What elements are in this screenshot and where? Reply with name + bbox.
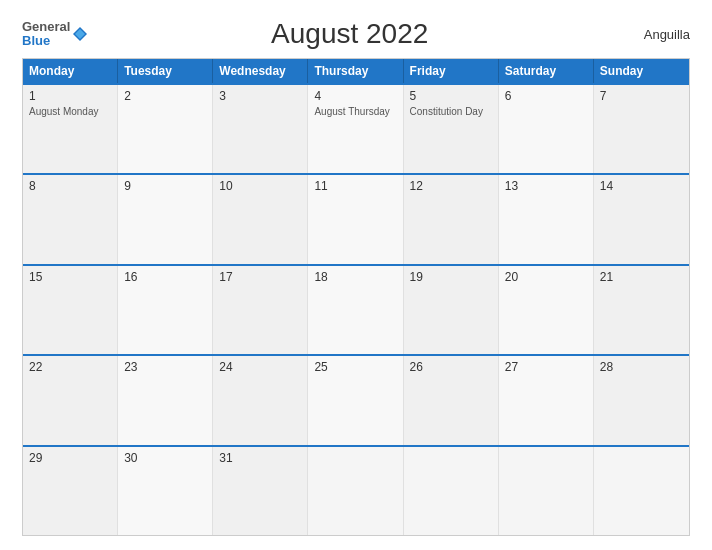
table-row: 17 [213,266,308,354]
table-row: 10 [213,175,308,263]
day-number: 24 [219,360,301,374]
table-row: 23 [118,356,213,444]
calendar-week-4: 22232425262728 [23,354,689,444]
day-number: 17 [219,270,301,284]
day-number: 12 [410,179,492,193]
table-row: 2 [118,85,213,173]
table-row: 1August Monday [23,85,118,173]
day-number: 20 [505,270,587,284]
col-sunday: Sunday [594,59,689,83]
table-row: 15 [23,266,118,354]
table-row: 18 [308,266,403,354]
table-row: 6 [499,85,594,173]
table-row: 9 [118,175,213,263]
calendar-week-1: 1August Monday234August Thursday5Constit… [23,83,689,173]
country-label: Anguilla [610,27,690,42]
day-number: 7 [600,89,683,103]
col-tuesday: Tuesday [118,59,213,83]
logo-general-text: General [22,20,70,34]
logo: General Blue [22,20,89,49]
day-event: Constitution Day [410,105,492,118]
page-title: August 2022 [89,18,610,50]
day-number: 10 [219,179,301,193]
logo-flag-icon [71,25,89,43]
table-row [594,447,689,535]
table-row: 20 [499,266,594,354]
day-event: August Monday [29,105,111,118]
table-row: 11 [308,175,403,263]
day-number: 26 [410,360,492,374]
col-friday: Friday [404,59,499,83]
table-row: 26 [404,356,499,444]
table-row: 12 [404,175,499,263]
calendar-week-2: 891011121314 [23,173,689,263]
table-row [499,447,594,535]
col-monday: Monday [23,59,118,83]
table-row: 13 [499,175,594,263]
day-number: 22 [29,360,111,374]
calendar-page: General Blue August 2022 Anguilla Monday… [0,0,712,550]
calendar-body: 1August Monday234August Thursday5Constit… [23,83,689,535]
table-row: 5Constitution Day [404,85,499,173]
calendar-week-5: 293031 [23,445,689,535]
day-number: 23 [124,360,206,374]
day-number: 28 [600,360,683,374]
calendar-header: Monday Tuesday Wednesday Thursday Friday… [23,59,689,83]
table-row: 7 [594,85,689,173]
logo-blue-text: Blue [22,34,70,48]
table-row: 16 [118,266,213,354]
table-row: 29 [23,447,118,535]
col-wednesday: Wednesday [213,59,308,83]
day-event: August Thursday [314,105,396,118]
day-number: 3 [219,89,301,103]
table-row: 22 [23,356,118,444]
day-number: 14 [600,179,683,193]
day-number: 9 [124,179,206,193]
day-number: 31 [219,451,301,465]
calendar-week-3: 15161718192021 [23,264,689,354]
table-row: 30 [118,447,213,535]
day-number: 30 [124,451,206,465]
day-number: 1 [29,89,111,103]
day-number: 29 [29,451,111,465]
table-row: 27 [499,356,594,444]
table-row: 28 [594,356,689,444]
table-row: 24 [213,356,308,444]
col-thursday: Thursday [308,59,403,83]
day-number: 13 [505,179,587,193]
table-row: 25 [308,356,403,444]
page-header: General Blue August 2022 Anguilla [22,18,690,50]
table-row [404,447,499,535]
calendar-grid: Monday Tuesday Wednesday Thursday Friday… [22,58,690,536]
table-row: 14 [594,175,689,263]
day-number: 25 [314,360,396,374]
day-number: 15 [29,270,111,284]
day-number: 16 [124,270,206,284]
table-row: 8 [23,175,118,263]
day-number: 2 [124,89,206,103]
day-number: 27 [505,360,587,374]
day-number: 6 [505,89,587,103]
table-row: 31 [213,447,308,535]
day-number: 11 [314,179,396,193]
table-row: 3 [213,85,308,173]
day-number: 8 [29,179,111,193]
day-number: 4 [314,89,396,103]
day-number: 21 [600,270,683,284]
table-row: 4August Thursday [308,85,403,173]
col-saturday: Saturday [499,59,594,83]
day-number: 18 [314,270,396,284]
day-number: 19 [410,270,492,284]
table-row [308,447,403,535]
table-row: 21 [594,266,689,354]
day-number: 5 [410,89,492,103]
table-row: 19 [404,266,499,354]
